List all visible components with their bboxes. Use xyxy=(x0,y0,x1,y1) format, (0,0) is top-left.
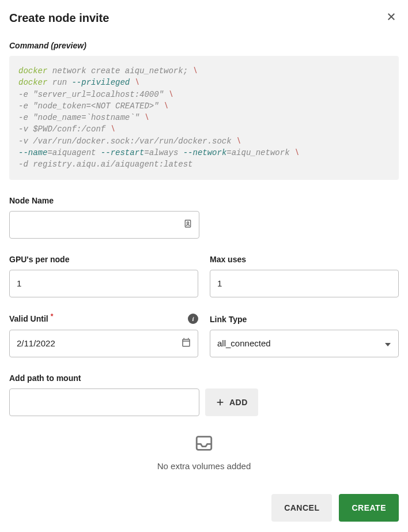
add-path-label: Add path to mount xyxy=(9,373,399,383)
gpus-input[interactable] xyxy=(9,270,198,297)
empty-state-text: No extra volumes added xyxy=(9,461,399,471)
dialog-title: Create node invite xyxy=(9,12,109,25)
command-preview: docker network create aiqu_network; \ do… xyxy=(9,56,399,180)
valid-until-label: Valid Until* xyxy=(9,314,188,323)
max-uses-input[interactable] xyxy=(210,270,399,297)
close-icon xyxy=(386,12,396,22)
cancel-button[interactable]: CANCEL xyxy=(271,494,332,522)
create-button[interactable]: CREATE xyxy=(339,494,399,522)
gpus-label: GPU's per node xyxy=(9,255,198,264)
plus-icon xyxy=(216,398,225,407)
info-icon[interactable]: i xyxy=(188,314,198,324)
valid-until-input[interactable] xyxy=(9,330,198,357)
add-path-input[interactable] xyxy=(9,388,199,416)
inbox-icon xyxy=(194,433,214,453)
close-button[interactable] xyxy=(384,9,399,27)
link-type-label: Link Type xyxy=(210,315,399,324)
node-name-input[interactable] xyxy=(9,211,199,239)
add-button[interactable]: ADD xyxy=(205,388,258,416)
node-name-label: Node Name xyxy=(9,196,199,205)
command-preview-label: Command (preview) xyxy=(9,41,399,50)
link-type-select[interactable]: all_connected xyxy=(210,330,399,357)
empty-state: No extra volumes added xyxy=(9,433,399,471)
max-uses-label: Max uses xyxy=(210,255,399,264)
required-indicator: * xyxy=(51,312,54,320)
